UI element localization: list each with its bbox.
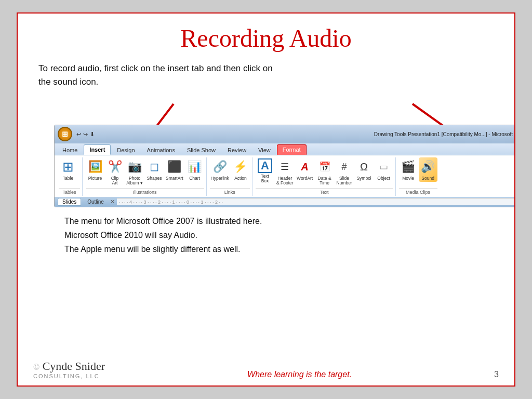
tab-slides[interactable]: Slides <box>58 198 81 206</box>
slide: Recording Audio To record audio, first c… <box>17 12 515 387</box>
ribbon-item-hyperlink[interactable]: 🔗 Hyperlink <box>210 157 230 182</box>
group-label-tables: Tables <box>59 188 80 195</box>
ribbon-item-sound[interactable]: 🔊 Sound <box>419 157 437 182</box>
footer: © Cynde Snider CONSULTING, LLC Where lea… <box>33 360 499 379</box>
group-label-media: Media Clips <box>399 188 437 195</box>
ribbon-screenshot: ⊞ ↩↪⬇ Drawing Tools Presentation1 [Compa… <box>54 125 515 207</box>
quick-access: ↩↪⬇ <box>76 131 95 138</box>
brand-sub: CONSULTING, LLC <box>33 373 105 379</box>
branding: © Cynde Snider CONSULTING, LLC <box>33 360 105 379</box>
instruction-text: To record audio, first click on the inse… <box>38 62 350 88</box>
ribbon-item-textbox[interactable]: A TextBox <box>256 157 274 185</box>
brand-name: © Cynde Snider <box>33 360 105 373</box>
bottom-text-line2: Microsoft Office 2010 will say Audio. <box>64 231 197 240</box>
slide-title: Recording Audio <box>33 24 499 52</box>
ribbon-item-datetime[interactable]: 📅 Date &Time <box>315 157 334 187</box>
page-number: 3 <box>494 370 499 379</box>
group-label-illustrations: Illustrations <box>86 188 204 195</box>
bottom-text-line3: The Apple menu will be slightly differen… <box>64 245 241 254</box>
ruler: · · · · 4 · · · · 3 · · · · 2 · · · · 1 … <box>117 198 515 205</box>
tab-insert[interactable]: Insert <box>84 144 111 155</box>
ribbon-item-object[interactable]: ▭ Object <box>375 157 393 182</box>
ribbon-title-bar: ⊞ ↩↪⬇ Drawing Tools Presentation1 [Compa… <box>55 125 515 143</box>
ribbon-item-movie[interactable]: 🎬 Movie <box>399 157 418 182</box>
ribbon-content: ⊞ Table Tables 🖼️ Picture ✂️ <box>55 155 515 197</box>
copyright-icon: © <box>33 363 39 371</box>
tab-home[interactable]: Home <box>57 145 83 155</box>
ribbon-item-picture[interactable]: 🖼️ Picture <box>86 157 104 182</box>
group-tables: ⊞ Table Tables <box>57 157 83 196</box>
ribbon-item-header-footer[interactable]: ☰ Header& Footer <box>275 157 295 187</box>
title-text: Drawing Tools Presentation1 [Compatibili… <box>99 131 515 137</box>
office-button[interactable]: ⊞ <box>58 127 72 141</box>
tab-outline[interactable]: Outline <box>83 198 108 205</box>
tab-design[interactable]: Design <box>111 145 140 155</box>
ribbon-item-shapes[interactable]: ◻ Shapes <box>145 157 164 182</box>
bottom-text-area: The menu for Microsoft Office 2007 is il… <box>64 214 499 257</box>
ribbon-item-wordart[interactable]: A WordArt <box>296 157 314 182</box>
tagline: Where learning is the target. <box>247 370 352 379</box>
ribbon-item-slidenumber[interactable]: # SlideNumber <box>335 157 354 187</box>
tab-animations[interactable]: Animations <box>141 145 181 155</box>
ribbon-tabs: Home Insert Design Animations Slide Show… <box>55 143 515 155</box>
tab-slideshow[interactable]: Slide Show <box>181 145 221 155</box>
ribbon-item-table[interactable]: ⊞ Table <box>59 157 77 182</box>
group-illustrations: 🖼️ Picture ✂️ ClipArt 📷 PhotoAlbum ▾ <box>84 157 207 196</box>
group-media: 🎬 Movie 🔊 Sound Media Clips <box>397 157 440 196</box>
ribbon-item-symbol[interactable]: Ω Symbol <box>355 157 374 182</box>
ribbon-item-clipart[interactable]: ✂️ ClipArt <box>105 157 124 187</box>
group-links: 🔗 Hyperlink ⚡ Action Links <box>208 157 252 196</box>
group-text: A TextBox ☰ Header& Footer A WordArt � <box>254 157 396 196</box>
ribbon-item-photoalbum[interactable]: 📷 PhotoAlbum ▾ <box>125 157 144 187</box>
close-tab-btn[interactable]: ✕ <box>110 198 115 205</box>
tab-format[interactable]: Format <box>277 144 307 155</box>
bottom-text-line1: The menu for Microsoft Office 2007 is il… <box>64 217 262 225</box>
ribbon-item-action[interactable]: ⚡ Action <box>231 157 250 182</box>
slides-bar: Slides Outline ✕ · · · · 4 · · · · 3 · ·… <box>55 197 515 207</box>
tab-view[interactable]: View <box>252 145 276 155</box>
tab-review[interactable]: Review <box>222 145 252 155</box>
ribbon-item-smartart[interactable]: ⬛ SmartArt <box>165 157 184 182</box>
table-label: Table <box>63 176 73 181</box>
ribbon-item-chart[interactable]: 📊 Chart <box>185 157 204 182</box>
group-label-links: Links <box>210 188 250 195</box>
group-label-text: Text <box>256 188 393 195</box>
